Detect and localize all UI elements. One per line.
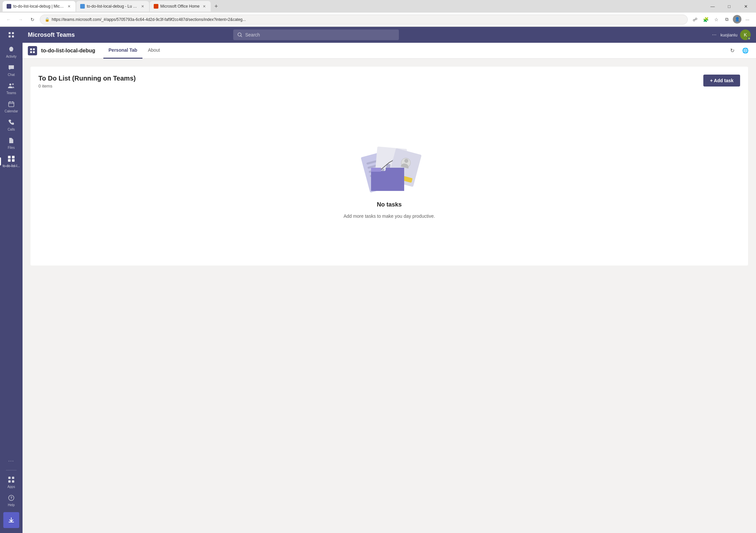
sidebar-item-todo[interactable]: to-do-list-l...: [0, 152, 23, 170]
add-task-button[interactable]: + Add task: [703, 75, 740, 87]
sidebar-item-calendar[interactable]: Calendar: [0, 97, 23, 116]
security-icon: 🔒: [45, 17, 50, 22]
files-icon: [7, 137, 15, 145]
forward-button[interactable]: →: [16, 15, 25, 24]
todo-title: To Do List (Running on Teams): [38, 75, 136, 82]
teams-header-actions: ··· kuojianlu K: [711, 30, 751, 40]
calendar-label: Calendar: [5, 109, 18, 113]
read-aloud-button[interactable]: ☍: [690, 15, 700, 24]
todo-header-text: To Do List (Running on Teams) 0 items: [38, 75, 136, 89]
teams-main: Microsoft Teams Search ··· kuojianlu K: [23, 27, 756, 533]
svg-point-5: [12, 84, 14, 85]
sidebar-item-files[interactable]: Files: [0, 134, 23, 152]
svg-rect-11: [8, 477, 11, 479]
search-placeholder: Search: [245, 32, 260, 37]
help-label: Help: [8, 503, 15, 507]
calls-icon: [7, 118, 15, 126]
activity-icon: [7, 45, 15, 53]
browser-actions: ☍ 🧩 ☆ ⧉ 👤 ···: [690, 15, 752, 24]
teams-sidebar: Activity Chat Teams: [0, 27, 23, 533]
browser-tab-2[interactable]: to-do-list-local-debug - Lu Kuoj... ✕: [76, 1, 149, 12]
chat-label: Chat: [8, 73, 15, 77]
teams-header: Microsoft Teams Search ··· kuojianlu K: [23, 27, 756, 43]
activity-label: Activity: [6, 55, 17, 58]
calendar-icon: [7, 100, 15, 108]
files-label: Files: [8, 146, 15, 149]
new-tab-button[interactable]: +: [211, 2, 221, 11]
sidebar-item-chat[interactable]: Chat: [0, 61, 23, 79]
header-more-button[interactable]: ···: [711, 30, 718, 39]
tab-title-3: Microsoft Office Home: [160, 4, 199, 9]
teams-logo: Microsoft Teams: [28, 31, 75, 38]
sidebar-item-more[interactable]: ···: [0, 454, 23, 467]
tab-about[interactable]: About: [142, 43, 165, 59]
close-button[interactable]: ✕: [738, 1, 753, 12]
browser-chrome: to-do-list-local-debug | Microso... ✕ to…: [0, 0, 756, 27]
empty-title: No tasks: [377, 201, 402, 208]
empty-illustration: ↗: [353, 133, 426, 196]
header-avatar[interactable]: K: [740, 30, 751, 40]
empty-subtitle: Add more tasks to make you day productiv…: [344, 213, 435, 219]
refresh-tab-button[interactable]: ↻: [727, 45, 737, 56]
tab-title-1: to-do-list-local-debug | Microso...: [13, 4, 64, 9]
content-header: To Do List (Running on Teams) 0 items + …: [38, 75, 740, 89]
app-icon: [28, 46, 37, 55]
sidebar-item-teams[interactable]: Teams: [0, 79, 23, 97]
tab-close-3[interactable]: ✕: [201, 4, 207, 9]
teams-label: Teams: [6, 91, 16, 95]
svg-rect-8: [12, 156, 15, 158]
svg-rect-19: [33, 48, 35, 50]
apps-icon: [7, 476, 15, 484]
app-content-wrapper: to-do-list-local-debug Personal Tab Abou…: [23, 43, 756, 533]
avatar-status-dot: [747, 37, 751, 40]
svg-rect-7: [8, 156, 11, 158]
svg-point-4: [9, 84, 11, 86]
browser-user-avatar[interactable]: 👤: [733, 15, 741, 24]
refresh-button[interactable]: ↻: [28, 15, 37, 24]
app-title: to-do-list-local-debug: [41, 48, 95, 54]
favorites-button[interactable]: ☆: [712, 15, 721, 24]
extensions-button[interactable]: 🧩: [701, 15, 710, 24]
sidebar-grid-button[interactable]: [6, 30, 17, 40]
tab-close-1[interactable]: ✕: [66, 4, 72, 9]
maximize-button[interactable]: □: [722, 1, 737, 12]
sidebar-item-help[interactable]: ? Help: [0, 491, 23, 509]
teams-search-bar[interactable]: Search: [233, 30, 399, 40]
collections-button[interactable]: ⧉: [722, 15, 731, 24]
svg-rect-18: [30, 48, 32, 50]
minimize-button[interactable]: —: [705, 1, 720, 12]
sidebar-divider: [6, 470, 17, 470]
browser-tab-3[interactable]: Microsoft Office Home ✕: [150, 1, 211, 12]
url-bar[interactable]: 🔒 https://teams.microsoft.com/_#/apps/57…: [40, 15, 688, 25]
tab-bar: to-do-list-local-debug | Microso... ✕ to…: [0, 0, 756, 13]
content-area: To Do List (Running on Teams) 0 items + …: [23, 59, 756, 533]
tab-favicon-1: [7, 4, 11, 9]
more-button[interactable]: ···: [743, 15, 752, 24]
back-button[interactable]: ←: [4, 15, 13, 24]
header-username: kuojianlu: [721, 32, 737, 37]
app-tab-bar: to-do-list-local-debug Personal Tab Abou…: [23, 43, 756, 59]
tab-favicon-2: [80, 4, 85, 9]
sidebar-item-activity[interactable]: Activity: [0, 43, 23, 61]
todo-label: to-do-list-l...: [3, 164, 20, 168]
svg-rect-20: [30, 51, 32, 53]
svg-rect-2: [9, 35, 11, 37]
sidebar-item-calls[interactable]: Calls: [0, 116, 23, 134]
search-icon: [237, 32, 243, 37]
svg-rect-13: [8, 480, 11, 483]
more-icon: ···: [7, 457, 15, 465]
globe-button[interactable]: 🌐: [740, 45, 751, 56]
teams-app: Activity Chat Teams: [0, 27, 756, 533]
download-button[interactable]: [3, 512, 19, 528]
sidebar-item-apps[interactable]: Apps: [0, 473, 23, 491]
svg-rect-6: [9, 102, 14, 107]
tab-title-2: to-do-list-local-debug - Lu Kuoj...: [87, 4, 138, 9]
empty-state: ↗: [38, 94, 740, 258]
teams-icon: [7, 82, 15, 90]
tab-close-2[interactable]: ✕: [140, 4, 145, 9]
todo-icon: [7, 155, 15, 163]
url-text: https://teams.microsoft.com/_#/apps/5705…: [52, 17, 683, 22]
browser-tab-1[interactable]: to-do-list-local-debug | Microso... ✕: [3, 1, 76, 12]
svg-rect-0: [9, 32, 11, 34]
tab-personal[interactable]: Personal Tab: [103, 43, 143, 59]
